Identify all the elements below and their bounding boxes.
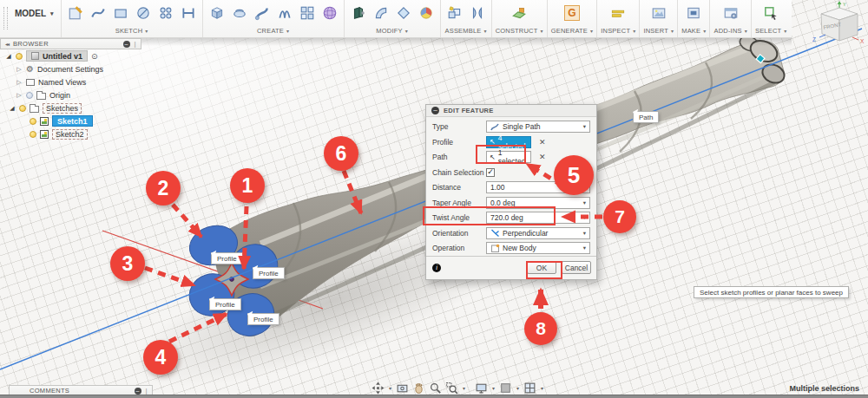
select-menu-button[interactable]: SELECT▾ [755,27,787,35]
press-pull-icon[interactable] [348,3,369,23]
new-component-icon[interactable] [444,3,465,23]
display-settings-icon[interactable] [475,382,488,395]
path-tooltip: Path [633,111,659,123]
chevron-down-icon: ▾ [703,28,706,34]
panel-options-icon[interactable]: – [123,41,130,48]
info-icon[interactable]: i [432,264,441,272]
document-title[interactable]: Untitled v1 [43,52,82,61]
construct-menu-button[interactable]: CONSTRUCT▾ [496,27,543,35]
inspect-menu-button[interactable]: INSPECT▾ [601,27,635,35]
expand-arrow-icon[interactable]: ◢ [9,105,16,112]
make-3dprint-icon[interactable] [683,3,704,23]
chevron-down-icon: ▾ [583,245,586,251]
chevron-down-icon[interactable]: ▾ [389,385,391,391]
spline-icon[interactable] [88,3,108,23]
chevron-down-icon[interactable]: ▾ [463,385,465,391]
tree-item-sketch2[interactable]: Sketch2 [0,127,103,140]
zoom-icon[interactable] [429,382,442,395]
generate-icon[interactable]: G [562,3,582,23]
named-views-icon [26,79,35,86]
appearance-icon[interactable] [416,3,437,23]
fusion360-window: FRONT Y Z X MODEL ▾ SKETCH▾ [0,0,868,398]
sketch-menu-button[interactable]: SKETCH▾ [115,27,148,35]
viewports-icon[interactable] [523,382,536,395]
chevron-down-icon[interactable]: ▾ [516,385,519,391]
activate-component-icon[interactable]: ⊙ [91,52,98,61]
toolbar-grip-handle[interactable] [3,7,8,29]
visibility-bulb-icon[interactable] [26,92,33,99]
insert-menu-button[interactable]: INSERT▾ [643,27,674,35]
chevron-down-icon[interactable]: ▾ [541,385,543,391]
insert-image-icon[interactable] [648,3,669,23]
box-icon[interactable] [207,3,227,23]
type-dropdown[interactable]: Single Path ▾ [486,121,590,133]
look-at-icon[interactable] [396,382,409,395]
chevron-down-icon: ▾ [745,28,747,34]
loft-icon[interactable] [274,3,295,23]
tree-item-sketches-folder[interactable]: ◢ Sketches [0,101,103,114]
pan-hand-icon[interactable] [412,382,425,395]
generate-menu-button[interactable]: GENERATE▾ [551,27,594,35]
sketch-pattern-icon[interactable] [155,3,176,23]
sweep-icon[interactable] [252,3,273,23]
new-body-icon [490,244,500,253]
tree-item-origin[interactable]: ▷ Origin [0,88,103,101]
revolve-icon[interactable] [229,3,250,23]
chain-selection-checkbox[interactable]: ✓ [486,168,495,177]
tree-item-document-settings[interactable]: ▷ ⚙ Document Settings [0,62,103,75]
selected-sketch-label[interactable]: Sketch1 [52,115,93,127]
chevron-down-icon: ▾ [583,230,586,237]
create-menu-button[interactable]: CREATE▾ [257,27,289,35]
create-form-icon[interactable] [319,3,340,23]
dialog-footer: i OK Cancel [426,256,596,279]
circle-tool-icon[interactable] [133,3,154,23]
collapse-arrow-icon[interactable]: ▷ [16,66,23,73]
folder-icon [30,106,39,113]
tree-item-root-component[interactable]: ◢ Untitled v1 ⊙ [0,49,103,62]
view-cube[interactable]: FRONT Y Z X [807,0,868,50]
tree-item-sketch1[interactable]: Sketch1 [0,114,103,127]
rectangle-tool-icon[interactable] [110,3,131,23]
operation-dropdown[interactable]: New Body ▾ [486,242,590,254]
visibility-bulb-icon[interactable] [30,118,36,125]
visibility-bulb-icon[interactable] [30,131,36,138]
create-sketch-icon[interactable] [65,3,86,23]
measure-icon[interactable] [608,3,628,23]
chevron-down-icon[interactable]: ▾ [492,385,495,391]
visibility-bulb-icon[interactable] [16,53,23,60]
collapse-arrow-icon[interactable]: ▷ [16,92,23,99]
annotation-box-twist-angle [423,206,556,225]
clear-profile-icon[interactable]: ✕ [539,138,546,147]
assemble-menu-button[interactable]: ASSEMBLE▾ [444,27,486,35]
select-cursor-icon[interactable] [760,3,781,23]
clear-path-icon[interactable]: ✕ [539,153,546,161]
workspace-switcher-button[interactable]: MODEL ▾ [10,0,61,37]
cancel-button[interactable]: Cancel [562,261,591,274]
addins-menu-button[interactable]: ADD-INS▾ [713,27,746,35]
axis-x-label: X [860,38,865,44]
dialog-header[interactable]: – EDIT FEATURE [426,105,596,117]
pattern-icon[interactable] [297,3,318,23]
dialog-handle-icon[interactable]: – [431,107,439,114]
construction-plane-icon[interactable] [509,3,529,23]
axis-y-label: Y [843,2,846,7]
grid-display-icon[interactable] [499,382,512,395]
collapse-arrow-icon[interactable]: ▷ [16,79,23,86]
orbit-icon[interactable] [372,382,385,395]
zoom-window-icon[interactable] [445,382,458,395]
orientation-dropdown[interactable]: Perpendicular ▾ [486,227,590,239]
shell-icon[interactable] [393,3,414,23]
panel-options-icon[interactable]: – [135,388,141,395]
modify-menu-button[interactable]: MODIFY▾ [376,27,408,35]
workspace-label: MODEL [15,9,46,18]
collapse-panel-icon[interactable]: ◂◂ [5,41,9,47]
expand-arrow-icon[interactable]: ◢ [5,53,12,60]
addins-icon[interactable] [720,3,741,23]
make-menu-button[interactable]: MAKE▾ [681,27,706,35]
browser-panel-header[interactable]: ◂◂ BROWSER – | [0,38,141,49]
fillet-icon[interactable] [371,3,391,23]
visibility-bulb-icon[interactable] [19,105,26,112]
sketch-dimension-icon[interactable] [178,3,199,23]
tree-item-named-views[interactable]: ▷ Named Views [0,75,103,88]
joint-icon[interactable] [467,3,488,23]
